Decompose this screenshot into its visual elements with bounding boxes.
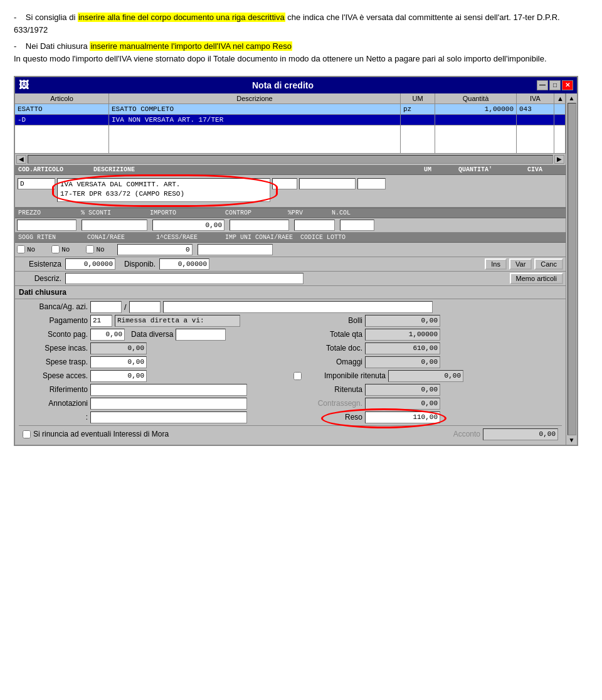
reso-input[interactable] bbox=[365, 411, 440, 423]
col-header-articolo: Articolo bbox=[15, 93, 109, 103]
banca-label: Banca/Ag. azi. bbox=[19, 302, 88, 311]
si-rinuncia-text: Si rinuncia ad eventuali Interessi di Mo… bbox=[33, 430, 169, 438]
row2-quantita bbox=[435, 115, 517, 125]
scroll-down-button[interactable]: ▼ bbox=[569, 437, 575, 443]
sogg-no1-checkbox[interactable] bbox=[17, 245, 25, 253]
um-header: UM bbox=[423, 166, 457, 174]
codice-lotto-header: CODICE LOTTO bbox=[299, 233, 368, 241]
civa-input[interactable] bbox=[357, 178, 386, 189]
maximize-button[interactable]: □ bbox=[549, 80, 561, 90]
bolli-input bbox=[365, 315, 440, 327]
riferimento-input[interactable] bbox=[90, 384, 247, 396]
window-icon: 🖼 bbox=[19, 80, 29, 91]
imp-uni-input[interactable] bbox=[117, 244, 193, 255]
sogg-values-row: No No No bbox=[15, 243, 566, 257]
dash2: - bbox=[14, 41, 23, 51]
totale-doc-input bbox=[365, 342, 440, 354]
prv-input[interactable] bbox=[294, 220, 335, 231]
pagamento-label: Pagamento bbox=[19, 316, 88, 325]
omaggi-label: Omaggi bbox=[293, 358, 362, 366]
imponibile-checkbox-label[interactable] bbox=[293, 372, 302, 380]
sogg-no2-label[interactable]: No bbox=[51, 245, 70, 253]
disponib-input[interactable] bbox=[159, 258, 209, 270]
sconto-row: Sconto pag. Data diversa bbox=[19, 329, 287, 341]
sconti-input[interactable] bbox=[82, 220, 147, 231]
spese-incas-label: Spese incas. bbox=[19, 344, 88, 353]
col-header-descrizione: Descrizione bbox=[109, 93, 401, 103]
colon-input[interactable] bbox=[90, 411, 247, 423]
row2-articolo: -D bbox=[15, 115, 109, 125]
spese-trasp-label: Spese trasp. bbox=[19, 358, 88, 366]
sogg-no3-label[interactable]: No bbox=[86, 245, 104, 253]
pagamento-code-input[interactable] bbox=[90, 315, 112, 327]
totale-qta-row: Totale qta bbox=[293, 329, 562, 341]
si-rinuncia-row: Si rinuncia ad eventuali Interessi di Mo… bbox=[19, 425, 562, 443]
dash1: - bbox=[14, 13, 23, 22]
table-row[interactable]: -D IVA NON VERSATA ART. 17/TER bbox=[15, 115, 566, 125]
banca-row: Banca/Ag. azi. / bbox=[19, 301, 562, 313]
totale-qta-label: Totale qta bbox=[293, 330, 362, 339]
row1-quantita: 1,00000 bbox=[435, 104, 517, 114]
sconto-input[interactable] bbox=[90, 329, 125, 341]
cod-articolo-input[interactable] bbox=[18, 178, 55, 189]
data-diversa-label: Data diversa bbox=[131, 330, 173, 339]
banca-input1[interactable] bbox=[90, 301, 122, 313]
minimize-button[interactable]: — bbox=[537, 80, 548, 90]
esistenza-label: Esistenza bbox=[18, 260, 61, 268]
row1-articolo: ESATTO bbox=[15, 104, 109, 114]
importo-input[interactable] bbox=[152, 220, 224, 231]
spese-trasp-input[interactable] bbox=[90, 356, 147, 368]
dati-chiusura-header: Dati chiusura bbox=[15, 286, 566, 299]
esistenza-input[interactable] bbox=[65, 258, 115, 270]
controp-input[interactable] bbox=[230, 220, 289, 231]
descriz-input[interactable] bbox=[65, 273, 304, 284]
dati-chiusura-body: Banca/Ag. azi. / Pagamento bbox=[15, 299, 566, 445]
codice-lotto-input[interactable] bbox=[198, 244, 273, 255]
sogg-no1-label[interactable]: No bbox=[17, 245, 35, 253]
ritenuta-input bbox=[365, 384, 440, 396]
prezzo-input[interactable] bbox=[17, 220, 77, 231]
table-row-empty bbox=[15, 125, 566, 139]
sogg-no3-checkbox[interactable] bbox=[86, 245, 94, 253]
descrizione-input[interactable]: IVA VERSATA DAL COMMITT. ART. 17-TER DPR… bbox=[57, 178, 270, 202]
sconto-label: Sconto pag. bbox=[19, 330, 88, 339]
descriz-label: Descriz. bbox=[18, 274, 61, 283]
spese-trasp-row: Spese trasp. bbox=[19, 356, 287, 368]
riferimento-label: Riferimento bbox=[19, 385, 88, 394]
colon-label: : bbox=[19, 413, 88, 422]
ncol-input[interactable] bbox=[340, 220, 374, 231]
ncol-header: N.COL bbox=[330, 209, 368, 217]
vertical-scrollbar[interactable]: ▲ ▼ bbox=[566, 93, 577, 445]
banca-input3[interactable] bbox=[163, 301, 433, 313]
annotazioni-input[interactable] bbox=[90, 398, 247, 410]
row2-descrizione: IVA NON VERSATA ART. 17/TER bbox=[109, 115, 401, 125]
um-input[interactable] bbox=[272, 178, 297, 189]
scroll-right-button[interactable]: ▶ bbox=[554, 155, 564, 164]
table-row[interactable]: ESATTO ESATTO COMPLETO pz 1,00000 043 bbox=[15, 104, 566, 115]
close-button[interactable]: ✕ bbox=[562, 80, 573, 90]
spese-acces-input[interactable] bbox=[90, 370, 147, 382]
ins-button[interactable]: Ins bbox=[485, 258, 507, 270]
banca-input2[interactable] bbox=[129, 301, 161, 313]
memo-articoli-button[interactable]: Memo articoli bbox=[510, 273, 563, 284]
imponibile-checkbox[interactable] bbox=[293, 372, 302, 380]
totale-qta-input bbox=[365, 329, 440, 341]
table-header: Articolo Descrizione UM Quantità IVA ▲ bbox=[15, 93, 566, 104]
si-rinuncia-checkbox[interactable] bbox=[23, 430, 31, 438]
titlebar-left: 🖼 bbox=[19, 80, 29, 91]
spese-incas-input[interactable] bbox=[90, 342, 147, 354]
var-button[interactable]: Var bbox=[509, 258, 532, 270]
horizontal-scrollbar[interactable]: ◀ ▶ bbox=[15, 153, 566, 165]
cod-articolo-header: COD.ARTICOLO bbox=[17, 166, 92, 174]
canc-button[interactable]: Canc bbox=[534, 258, 563, 270]
row2-extra bbox=[554, 115, 566, 125]
scroll-left-button[interactable]: ◀ bbox=[16, 155, 26, 164]
col-header-iva: IVA bbox=[517, 93, 554, 103]
quantita-input[interactable] bbox=[299, 178, 356, 189]
scroll-up-button[interactable]: ▲ bbox=[569, 95, 575, 102]
sogg-no2-checkbox[interactable] bbox=[51, 245, 60, 253]
controp-header: CONTROP bbox=[224, 209, 287, 217]
sogg-no2-text: No bbox=[61, 246, 70, 253]
titlebar-buttons: — □ ✕ bbox=[537, 80, 573, 90]
data-diversa-input[interactable] bbox=[176, 329, 226, 341]
